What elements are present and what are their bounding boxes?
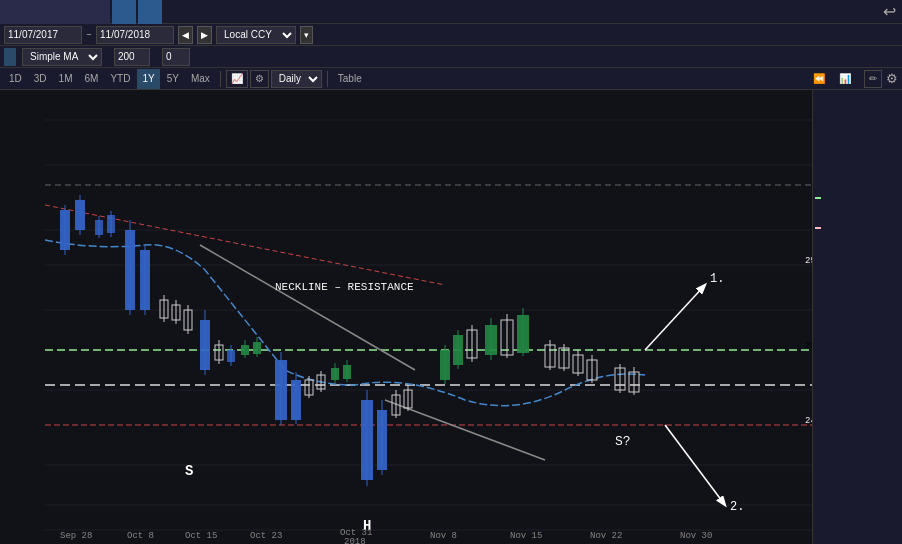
edit-chart-button[interactable]: ✏ bbox=[864, 70, 882, 88]
nav-right-button[interactable]: ▶ bbox=[197, 26, 212, 44]
chart-area: NECKLINE – RESISTANCE 1. 2. S H S? 25888… bbox=[0, 90, 902, 544]
interval-select[interactable]: Daily bbox=[271, 70, 322, 88]
range-1m-button[interactable]: 1M bbox=[54, 69, 78, 89]
price-24942-badge bbox=[815, 227, 821, 229]
table-button[interactable]: Table bbox=[333, 69, 367, 89]
toolbar-right: ⏪ 📊 ✏ ⚙ bbox=[808, 69, 898, 89]
date-separator: – bbox=[86, 29, 92, 40]
symbol-label bbox=[0, 0, 110, 24]
x-label-oct23: Oct 23 bbox=[250, 531, 282, 541]
study-type-select[interactable]: Simple MA bbox=[22, 48, 102, 66]
x-label-nov22: Nov 22 bbox=[590, 531, 622, 541]
edit-button[interactable] bbox=[138, 0, 162, 24]
label-2-text: 2. bbox=[730, 500, 744, 514]
sq-label: S? bbox=[615, 434, 631, 449]
period-input[interactable] bbox=[114, 48, 150, 66]
toolbar-separator-1 bbox=[220, 71, 221, 87]
study-bar: Simple MA bbox=[0, 46, 902, 68]
currency-select[interactable]: Local CCY bbox=[216, 26, 296, 44]
toolbar: 1D 3D 1M 6M YTD 1Y 5Y Max 📈 ⚙ Daily Tabl… bbox=[0, 68, 902, 90]
range-5y-button[interactable]: 5Y bbox=[162, 69, 184, 89]
price-25253-highlight bbox=[815, 190, 900, 202]
date-bar: – ◀ ▶ Local CCY ▾ bbox=[0, 24, 902, 46]
range-3d-button[interactable]: 3D bbox=[29, 69, 52, 89]
gear-button[interactable]: ⚙ bbox=[886, 71, 898, 86]
currency-arrow-button[interactable]: ▾ bbox=[300, 26, 313, 44]
x-label-nov30: Nov 30 bbox=[680, 531, 712, 541]
date-to-input[interactable] bbox=[96, 26, 174, 44]
price-axis bbox=[812, 90, 902, 544]
neckline-text: NECKLINE – RESISTANCE bbox=[275, 281, 414, 293]
study-tag[interactable] bbox=[4, 48, 16, 66]
chart-svg: NECKLINE – RESISTANCE 1. 2. S H S? 25888… bbox=[0, 90, 902, 544]
price-24942-highlight bbox=[815, 220, 900, 232]
x-label-oct15: Oct 15 bbox=[185, 531, 217, 541]
date-from-input[interactable] bbox=[4, 26, 82, 44]
s-label: S bbox=[185, 463, 193, 479]
x-label-sep28: Sep 28 bbox=[60, 531, 92, 541]
x-label-oct8: Oct 8 bbox=[127, 531, 154, 541]
range-ytd-button[interactable]: YTD bbox=[105, 69, 135, 89]
offset-input[interactable] bbox=[162, 48, 190, 66]
range-6m-button[interactable]: 6M bbox=[80, 69, 104, 89]
x-label-nov8: Nov 8 bbox=[430, 531, 457, 541]
nav-left-button[interactable]: ◀ bbox=[178, 26, 193, 44]
label-1-text: 1. bbox=[710, 272, 724, 286]
price-25253-badge bbox=[815, 197, 821, 199]
chart-mode-button[interactable]: 📊 bbox=[834, 69, 856, 89]
rewind-button[interactable]: ⏪ bbox=[808, 69, 830, 89]
top-bar: ↩ bbox=[0, 0, 902, 24]
back-button[interactable]: ↩ bbox=[877, 2, 902, 21]
settings-chart-button[interactable]: ⚙ bbox=[250, 70, 269, 88]
x-label-2018: 2018 bbox=[344, 537, 366, 544]
range-1y-button[interactable]: 1Y bbox=[137, 69, 159, 89]
line-chart-button[interactable]: 📈 bbox=[226, 70, 248, 88]
actions-button[interactable] bbox=[112, 0, 136, 24]
range-1d-button[interactable]: 1D bbox=[4, 69, 27, 89]
svg-rect-0 bbox=[45, 90, 857, 544]
range-max-button[interactable]: Max bbox=[186, 69, 215, 89]
toolbar-separator-2 bbox=[327, 71, 328, 87]
x-label-nov15: Nov 15 bbox=[510, 531, 542, 541]
